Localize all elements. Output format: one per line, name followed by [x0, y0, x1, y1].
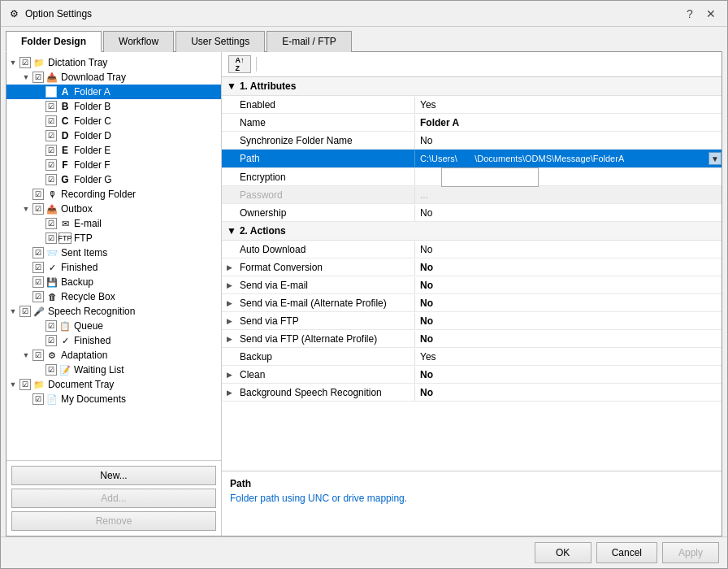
tab-email-ftp[interactable]: E-mail / FTP — [266, 31, 352, 52]
tree-item-dictation-tray[interactable]: ▼ ☑ 📁 Dictation Tray — [6, 55, 221, 70]
help-button[interactable]: ? — [680, 6, 700, 22]
tree-item-folder-e[interactable]: ☑ E Folder E — [6, 143, 221, 158]
checkbox-finished-dictation[interactable]: ☑ — [32, 262, 44, 273]
prop-row-ownership[interactable]: Ownership No — [222, 204, 722, 222]
expand-dictation-tray[interactable]: ▼ — [6, 56, 20, 69]
checkbox-finished-speech[interactable]: ☑ — [46, 335, 57, 346]
tree-item-folder-c[interactable]: ☑ C Folder C — [6, 114, 221, 128]
prop-row-clean[interactable]: ▶ Clean No — [222, 366, 722, 384]
checkbox-outbox[interactable]: ☑ — [32, 203, 44, 215]
checkbox-folder-d[interactable]: ☑ — [46, 130, 57, 141]
checkbox-ftp[interactable]: ☑ — [46, 232, 57, 244]
tree-item-folder-f[interactable]: ☑ F Folder F — [6, 158, 221, 172]
tree-item-finished-dictation[interactable]: ☑ ✓ Finished — [6, 260, 221, 275]
prop-send-ftp-expand[interactable]: ▶ — [222, 317, 236, 325]
prop-row-send-ftp-alt[interactable]: ▶ Send via FTP (Alternate Profile) No — [222, 330, 722, 348]
tree-item-speech-recognition[interactable]: ▼ ☑ 🎤 Speech Recognition — [6, 304, 221, 319]
prop-clean-expand[interactable]: ▶ — [222, 371, 236, 379]
prop-row-password[interactable]: Password ... — [222, 186, 722, 204]
expand-waiting-list — [32, 363, 46, 376]
checkbox-folder-c[interactable]: ☑ — [46, 115, 57, 127]
tree-item-recording-folder[interactable]: ☑ 🎙 Recording Folder — [6, 187, 221, 202]
tree-item-my-documents[interactable]: ☑ 📄 My Documents — [6, 392, 221, 406]
checkbox-adaptation[interactable]: ☑ — [32, 350, 44, 361]
tree-item-folder-b[interactable]: ☑ B Folder B — [6, 99, 221, 114]
checkbox-recording-folder[interactable]: ☑ — [32, 189, 44, 200]
prop-bsr-expand[interactable]: ▶ — [222, 389, 236, 397]
checkbox-my-documents[interactable]: ☑ — [32, 393, 44, 405]
checkbox-document-tray[interactable]: ☑ — [20, 379, 31, 390]
prop-row-format-conversion[interactable]: ▶ Format Conversion No — [222, 258, 722, 276]
expand-adaptation[interactable]: ▼ — [20, 349, 32, 362]
prop-row-name[interactable]: Name Folder A — [222, 114, 722, 132]
prop-row-path[interactable]: Path C:\Users\ \Documents\ODMS\Message\F… — [222, 150, 722, 168]
checkbox-recycle-box[interactable]: ☑ — [32, 291, 44, 302]
restore-default-item[interactable]: Restore Default — [442, 168, 538, 186]
prop-row-bsr[interactable]: ▶ Background Speech Recognition No — [222, 384, 722, 402]
expand-outbox[interactable]: ▼ — [20, 202, 32, 215]
path-dropdown-arrow[interactable]: ▼ — [708, 152, 722, 165]
prop-row-send-email[interactable]: ▶ Send via E-mail No — [222, 276, 722, 294]
new-button[interactable]: New... — [11, 466, 216, 485]
tree-item-outbox[interactable]: ▼ ☑ 📤 Outbox — [6, 202, 221, 216]
close-button[interactable]: ✕ — [701, 6, 721, 22]
prop-password-value: ... — [415, 187, 722, 203]
right-panel: A↑Z ▼ 1. Attributes Enabled Yes — [222, 52, 722, 536]
prop-row-backup[interactable]: Backup Yes — [222, 348, 722, 366]
prop-row-enabled[interactable]: Enabled Yes — [222, 96, 722, 114]
checkbox-email[interactable]: ☑ — [46, 218, 57, 229]
tree-item-recycle-box[interactable]: ☑ 🗑 Recycle Box — [6, 289, 221, 304]
tree-item-queue[interactable]: ☑ 📋 Queue — [6, 319, 221, 333]
tree-item-folder-g[interactable]: ☑ G Folder G — [6, 172, 221, 187]
checkbox-folder-e[interactable]: ☑ — [46, 145, 57, 156]
prop-row-send-email-alt[interactable]: ▶ Send via E-mail (Alternate Profile) No — [222, 294, 722, 312]
remove-button[interactable]: Remove — [11, 511, 216, 531]
prop-password-expand — [222, 191, 236, 199]
expand-download-tray[interactable]: ▼ — [20, 71, 32, 84]
prop-send-email-expand[interactable]: ▶ — [222, 281, 236, 289]
section-attributes-header[interactable]: ▼ 1. Attributes — [222, 77, 722, 96]
checkbox-queue[interactable]: ☑ — [46, 320, 57, 332]
sort-az-button[interactable]: A↑Z — [228, 55, 251, 73]
prop-row-sync[interactable]: Synchronize Folder Name No — [222, 132, 722, 150]
add-button[interactable]: Add... — [11, 489, 216, 508]
checkbox-dictation-tray[interactable]: ☑ — [20, 57, 31, 68]
tree-item-document-tray[interactable]: ▼ ☑ 📁 Document Tray — [6, 377, 221, 392]
tree-item-sent-items[interactable]: ☑ 📨 Sent Items — [6, 245, 221, 260]
tree-item-adaptation[interactable]: ▼ ☑ ⚙ Adaptation — [6, 348, 221, 363]
checkbox-folder-a[interactable]: ☑ — [46, 86, 57, 98]
prop-send-email-alt-expand[interactable]: ▶ — [222, 299, 236, 307]
prop-send-ftp-alt-expand[interactable]: ▶ — [222, 335, 236, 343]
checkbox-backup[interactable]: ☑ — [32, 276, 44, 288]
prop-ownership-expand — [222, 209, 236, 217]
tree-item-finished-speech[interactable]: ☑ ✓ Finished — [6, 333, 221, 348]
tree-item-folder-d[interactable]: ☑ D Folder D — [6, 128, 221, 143]
prop-auto-download-value: No — [415, 241, 722, 258]
cancel-button[interactable]: Cancel — [596, 542, 657, 563]
checkbox-folder-f[interactable]: ☑ — [46, 159, 57, 171]
tree-item-waiting-list[interactable]: ☑ 📝 Waiting List — [6, 363, 221, 377]
tab-user-settings[interactable]: User Settings — [176, 31, 265, 52]
tree-item-ftp[interactable]: ☑ FTP FTP — [6, 231, 221, 245]
ok-button[interactable]: OK — [535, 542, 592, 563]
checkbox-folder-b[interactable]: ☑ — [46, 101, 57, 112]
prop-row-auto-download[interactable]: Auto Download No — [222, 241, 722, 258]
checkbox-waiting-list[interactable]: ☑ — [46, 364, 57, 376]
tree-item-backup[interactable]: ☑ 💾 Backup — [6, 275, 221, 289]
expand-document-tray[interactable]: ▼ — [6, 378, 20, 391]
tree-item-download-tray[interactable]: ▼ ☑ 📥 Download Tray — [6, 70, 221, 85]
apply-button[interactable]: Apply — [662, 542, 719, 563]
section-actions-header[interactable]: ▼ 2. Actions — [222, 222, 722, 241]
checkbox-folder-g[interactable]: ☑ — [46, 174, 57, 185]
tree-item-folder-a[interactable]: ☑ A Folder A — [6, 85, 221, 99]
checkbox-download-tray[interactable]: ☑ — [32, 72, 44, 83]
tree-item-email[interactable]: ☑ ✉ E-mail — [6, 216, 221, 231]
tab-folder-design[interactable]: Folder Design — [6, 31, 102, 52]
tab-workflow[interactable]: Workflow — [103, 31, 174, 52]
label-recycle-box: Recycle Box — [61, 291, 115, 302]
checkbox-speech-recognition[interactable]: ☑ — [20, 306, 31, 317]
checkbox-sent-items[interactable]: ☑ — [32, 247, 44, 258]
prop-row-send-ftp[interactable]: ▶ Send via FTP No — [222, 312, 722, 330]
expand-speech-recognition[interactable]: ▼ — [6, 305, 20, 318]
prop-format-conversion-expand[interactable]: ▶ — [222, 263, 236, 271]
